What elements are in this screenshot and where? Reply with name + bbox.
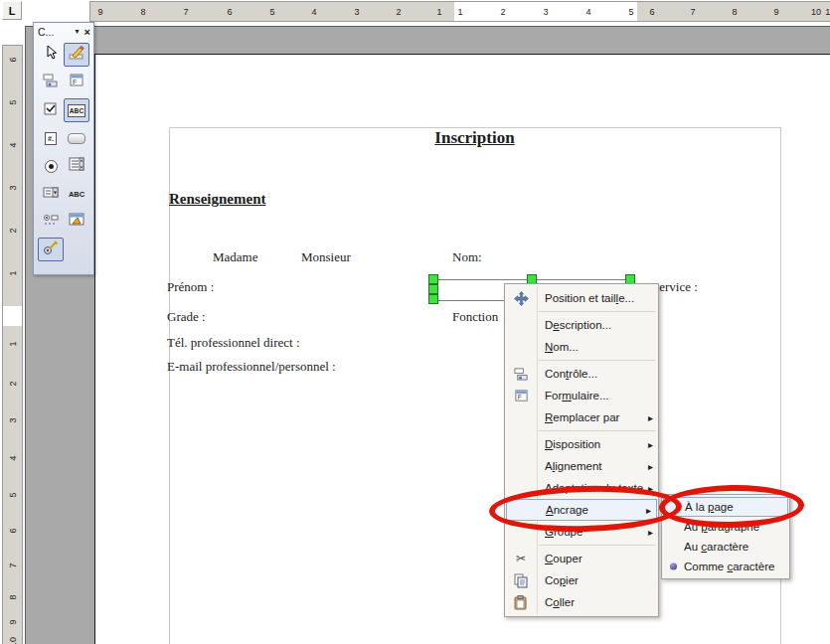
ruler-label: 5 [8,98,17,105]
anchor-submenu: À la page Au paragraphe Au caractère Com… [661,494,790,579]
menu-item-label: Copier [545,574,579,586]
ruler-label: 9 [96,7,103,16]
context-menu: Position et taille... Description... Nom… [504,283,659,617]
check-box-button[interactable] [38,98,64,122]
submenu-arrow-icon: ▸ [648,461,653,472]
submenu-item-au-paragraphe[interactable]: Au paragraphe [662,517,789,537]
control-properties-button[interactable] [38,71,64,94]
menu-separator [539,311,655,312]
toolbar-close-icon[interactable]: × [84,26,90,38]
ruler-label: 3 [353,7,360,16]
submenu-item-label: Au caractère [684,541,748,553]
menu-item-label: Disposition [545,438,600,450]
menu-item-label: Description... [545,319,611,331]
check-box-icon [43,100,59,120]
menu-item-label: Groupe [545,526,582,538]
menu-item-couper[interactable]: ✂ Couper [505,548,658,569]
list-box-button[interactable] [64,154,89,178]
ruler-label: 2 [8,227,17,234]
submenu-item-label: Au paragraphe [684,521,759,533]
menu-item-disposition[interactable]: Disposition ▸ [505,433,658,455]
menu-item-adaptation-du-texte[interactable]: Adaptation du texte ▸ [505,477,658,499]
menu-item-label: Ancrage [546,504,588,516]
ruler-label: 4 [8,141,17,148]
menu-item-label: Position et taille... [545,292,634,304]
ruler-label: 3 [8,416,17,423]
horizontal-ruler[interactable]: 9876543211234567891011 [89,1,830,22]
tab-type-selector-button[interactable]: L [2,1,22,20]
control-properties-icon [43,73,59,92]
svg-text:F: F [517,394,521,401]
submenu-arrow-icon: ▸ [648,412,653,423]
form-properties-icon: F [512,388,530,403]
handle-top-left[interactable] [428,274,438,284]
push-button-button[interactable] [64,126,89,150]
label-field-button[interactable]: ABC [64,182,89,206]
cut-icon: ✂ [512,551,530,566]
radio-selected-icon [670,564,677,570]
ruler-label: 2 [8,380,17,387]
menu-item-coller[interactable]: Coller [505,591,658,613]
control-properties-icon [512,366,530,382]
menu-item-position-taille[interactable]: Position et taille... [505,287,658,309]
form-properties-button[interactable]: F [64,71,89,94]
formatted-field-button[interactable]: #. [38,126,64,150]
toolbar-title-bar[interactable]: C... ▾ × [34,23,93,39]
menu-item-controle[interactable]: Contrôle... [505,363,658,385]
submenu-item-label: À la page [685,501,734,513]
menu-item-formulaire[interactable]: F Formulaire... [505,385,658,406]
menu-item-description[interactable]: Description... [505,314,658,336]
vertical-ruler[interactable]: 65432112345678910 [2,45,23,644]
formatted-field-icon: #. [45,132,57,145]
ruler-label: 8 [8,593,17,600]
menu-item-remplacer-par[interactable]: Remplacer par ▸ [505,406,658,428]
form-design-icon [69,213,84,231]
ruler-label: 6 [8,56,17,63]
select-pointer-button[interactable] [38,43,64,67]
hruler-labels: 9876543211234567891011 [90,2,830,21]
submenu-item-au-caractere[interactable]: Au caractère [662,537,789,557]
menu-item-nom[interactable]: Nom... [505,336,658,358]
design-mode-button[interactable] [64,43,89,67]
text-box-button[interactable]: ABC [64,98,89,122]
ruler-label: 1 [8,340,17,347]
menu-item-ancrage[interactable]: Ancrage ▸ [506,499,657,521]
ruler-label: 5 [8,491,17,498]
ruler-label: 8 [731,7,738,16]
menu-item-label: Remplacer par [545,411,619,423]
more-controls-button[interactable] [38,210,64,234]
submenu-arrow-icon: ▸ [648,439,653,450]
ruler-label: 8 [139,7,146,16]
menu-item-label: Alignement [545,460,602,472]
menu-item-copier[interactable]: Copier [505,569,658,591]
ruler-label: 4 [584,7,591,16]
ruler-label: 3 [542,7,549,16]
ruler-label: 1 [456,7,463,16]
wizards-button[interactable] [38,238,64,261]
submenu-item-comme-caractere[interactable]: Comme caractère [662,557,789,576]
submenu-item-a-la-page[interactable]: À la page [663,497,788,517]
ruler-label: 4 [310,7,317,16]
ruler-label: 2 [499,7,506,16]
doc-heading: Renseignement [169,191,266,208]
form-properties-icon: F [69,73,84,92]
combo-box-button[interactable] [38,182,64,206]
pointer-icon [44,45,59,65]
ruler-label: 2 [395,7,402,16]
handle-bottom-left[interactable] [428,294,438,304]
handle-middle-left[interactable] [428,284,438,294]
label-prenom: Prénom : [167,279,214,295]
label-nom: Nom: [452,249,482,265]
ruler-label: 5 [268,7,275,16]
ruler-label: 5 [627,7,634,16]
menu-item-groupe[interactable]: Groupe ▸ [505,521,658,543]
ruler-label: 3 [8,184,17,191]
option-button-icon [45,160,58,173]
toolbar-dropdown-icon[interactable]: ▾ [76,27,80,36]
label-tel: Tél. professionnel direct : [167,335,300,351]
menu-separator [539,545,655,546]
menu-item-alignement[interactable]: Alignement ▸ [505,455,658,477]
list-box-icon [69,157,84,175]
option-button-button[interactable] [38,154,64,178]
form-design-button[interactable] [64,210,89,234]
